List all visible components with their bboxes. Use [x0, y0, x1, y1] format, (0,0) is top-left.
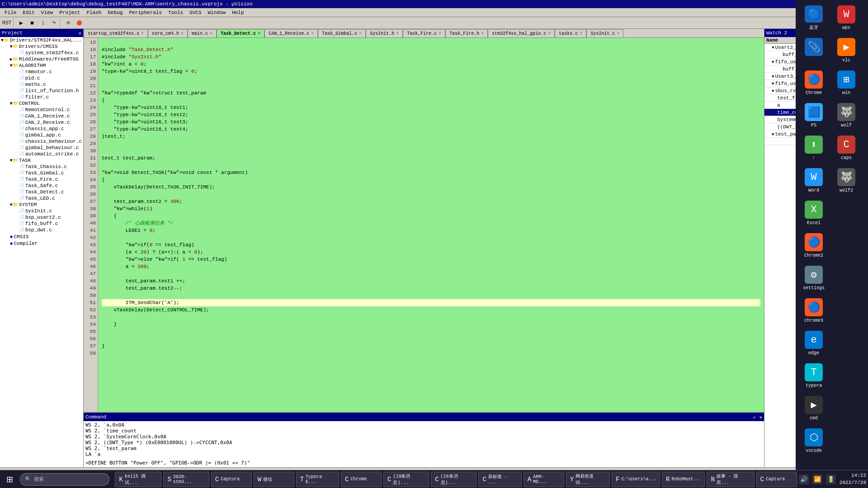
tree-item-automatic_strike.c[interactable]: 📄automatic_strike.c — [0, 151, 83, 157]
tree-item-remotecontrol.c[interactable]: 📄RemoteControl.c — [0, 107, 83, 113]
tree-item-list_of_function.h[interactable]: 📄list_of_function.h — [0, 88, 83, 94]
code-container[interactable]: 1516171819202122232425262728293031323334… — [84, 38, 764, 412]
sys-icon-2[interactable]: 📶 — [812, 474, 822, 484]
taskbar-search[interactable]: 🔍 搜索 — [20, 473, 110, 486]
desktop-icon-14[interactable]: W wps — [832, 4, 861, 33]
desktop-icon-12[interactable]: ▶ cmd — [799, 394, 828, 423]
taskbar-app-3[interactable]: W微信 — [254, 472, 294, 487]
taskbar-app-4[interactable]: TTypora E... — [296, 472, 339, 487]
tab-Task_Detect-c[interactable]: Task_Detect.c× — [217, 29, 264, 38]
tree-item-drivers/stm32f4xx_hal...[interactable]: ▼📁Drivers/STM32F4xx_HAL... — [0, 37, 83, 43]
tab-close[interactable]: × — [311, 31, 314, 36]
tree-item-bsp_dwt.c[interactable]: 📄bsp_dwt.c — [0, 227, 83, 233]
command-undock[interactable]: ↗ — [753, 414, 756, 420]
project-close-btn[interactable]: ✕ — [78, 30, 81, 36]
tab-close[interactable]: × — [258, 31, 260, 36]
toolbar-btn-reset[interactable]: ⟳ — [63, 18, 73, 28]
menu-item-view[interactable]: View — [38, 9, 56, 16]
desktop-icon-3[interactable]: 🟦 PS — [799, 101, 828, 130]
menu-item-tools[interactable]: Tools — [165, 9, 186, 16]
desktop-icon-13[interactable]: ⬡ vscode — [799, 427, 828, 455]
desktop-icon-5[interactable]: W Word — [799, 166, 828, 195]
tree-item-task_gimbal.c[interactable]: 📄Task_Gimbal.c — [0, 170, 83, 176]
tab-close[interactable]: × — [548, 31, 551, 36]
tree-item-system[interactable]: ▼📁SYSTEM — [0, 202, 83, 208]
tree-item-task_chassis.c[interactable]: 📄Task_Chassis.c — [0, 164, 83, 170]
menu-item-svcs[interactable]: SVCS — [187, 9, 204, 16]
tab-close[interactable]: × — [396, 31, 399, 36]
desktop-icon-7[interactable]: 🔵 Chrome2 — [799, 231, 828, 260]
desktop-icon-18[interactable]: C caps — [832, 134, 861, 163]
toolbar-btn-stop[interactable]: ⏹ — [27, 18, 37, 28]
taskbar-app-0[interactable]: Kkeil5 调试... — [115, 472, 161, 487]
tab-close[interactable]: × — [481, 31, 484, 36]
tree-item-chassis_behaviour.c[interactable]: 📄chassis_behaviour.c — [0, 138, 83, 145]
tab-SysInit-c[interactable]: SysInit.c× — [586, 29, 623, 38]
tab-main-c[interactable]: main.c× — [188, 29, 217, 38]
taskbar-app-1[interactable]: S2020-stm3... — [163, 472, 209, 487]
tab-close[interactable]: × — [210, 31, 212, 36]
menu-item-file[interactable]: File — [2, 9, 19, 16]
tab-core_cm4-h[interactable]: core_cm4.h× — [148, 29, 188, 38]
tree-item-chassis_app.c[interactable]: 📄chassis_app.c — [0, 126, 83, 132]
tab-SysInit-h[interactable]: SysInit.h× — [366, 29, 403, 38]
tab-tasks-c[interactable]: tasks.c× — [555, 29, 586, 38]
tree-item-pid.c[interactable]: 📄pid.c — [0, 75, 83, 81]
tree-item-gimbal_app.c[interactable]: 📄gimbal_app.c — [0, 132, 83, 138]
code-content[interactable]: #include "Task_Detect.h"#include "SysIni… — [98, 38, 764, 412]
tree-item-control[interactable]: ▼📁CONTROL — [0, 100, 83, 107]
menu-item-project[interactable]: Project — [57, 9, 83, 16]
desktop-icon-0[interactable]: 🔵 蓝牙 — [799, 4, 828, 33]
menu-item-window[interactable]: Window — [205, 9, 229, 16]
desktop-icon-15[interactable]: ▶ vlc — [832, 36, 861, 65]
watch-expand-2[interactable]: ▼ — [772, 60, 774, 65]
desktop-icon-11[interactable]: T typora — [799, 361, 828, 390]
watch-expand-6[interactable]: ▼ — [772, 89, 774, 94]
tab-close[interactable]: × — [181, 31, 184, 36]
tree-item-bsp_usart2.c[interactable]: 📄bsp_usart2.c — [0, 214, 83, 221]
menu-item-flash[interactable]: Flash — [84, 9, 104, 16]
tab-close[interactable]: × — [580, 31, 582, 36]
taskbar-app-5[interactable]: CChrome — [341, 472, 382, 487]
toolbar-btn-run[interactable]: ▶ — [16, 18, 26, 28]
tree-item-rmmotor.c[interactable]: 📄rmmotor.c — [0, 69, 83, 75]
taskbar-app-13[interactable]: N故事 - 陈奕... — [707, 472, 754, 487]
tree-item-drivers/cmsis[interactable]: ▼📁Drivers/CMSIS — [0, 43, 83, 50]
taskbar-app-14[interactable]: CCaptura — [756, 472, 797, 487]
taskbar-app-9[interactable]: AARM- MD... — [524, 472, 564, 487]
tab-Task_Gimbal-c[interactable]: Task_Gimbal.c× — [318, 29, 366, 38]
desktop-icon-8[interactable]: ⚙ settings — [799, 264, 828, 293]
tree-item-fifo_buff.c[interactable]: 📄fifo_buff.c — [0, 221, 83, 227]
tree-item-maths.c[interactable]: 📄maths.c — [0, 81, 83, 88]
watch-enter-expr[interactable] — [766, 138, 770, 145]
menu-item-help[interactable]: Help — [229, 9, 246, 16]
tree-item-filter.c[interactable]: 📄filter.c — [0, 94, 83, 100]
watch-expand-4[interactable]: ▼ — [772, 75, 774, 79]
toolbar-btn-step[interactable]: ⤵ — [38, 18, 48, 28]
menu-item-debug[interactable]: Debug — [105, 9, 125, 16]
watch-expand-0[interactable]: ▼ — [772, 46, 774, 50]
tree-item-can_2_receive.c[interactable]: 📄CAN_2_Receive.c — [0, 119, 83, 126]
toolbar-btn-stepover[interactable]: ↷ — [49, 18, 59, 28]
taskbar-app-2[interactable]: CCaptura — [211, 472, 252, 487]
tree-item-compiler[interactable]: ◆Compiler — [0, 240, 83, 247]
tree-item-task_fire.c[interactable]: 📄Task_Fire.c — [0, 176, 83, 183]
tree-item-task_detect.c[interactable]: 📄Task_Detect.c — [0, 189, 83, 195]
sys-icon-1[interactable]: 🔊 — [799, 474, 809, 484]
watch-expand-12[interactable]: ▼ — [772, 132, 774, 137]
tab-close[interactable]: × — [141, 31, 144, 36]
tab-Task_Fire-h[interactable]: Task_Fire.h× — [445, 29, 488, 38]
watch-expand-5[interactable]: ▼ — [772, 82, 774, 86]
taskbar-app-6[interactable]: C(19条消息)... — [383, 472, 429, 487]
project-tree[interactable]: ▼📁Drivers/STM32F4xx_HAL... ▼📁Drivers/CMS… — [0, 37, 83, 467]
tree-item-can_1_receive.c[interactable]: 📄CAN_1_Receive.c — [0, 113, 83, 119]
desktop-icon-19[interactable]: 🐺 wolf2 — [832, 166, 861, 195]
tree-item-task_safe.c[interactable]: 📄Task_Safe.c — [0, 183, 83, 189]
start-button[interactable]: ⊞ — [2, 472, 18, 487]
taskbar-app-11[interactable]: FC:\Users\a... — [612, 472, 660, 487]
desktop-icon-4[interactable]: ⬆ ↑ — [799, 134, 828, 163]
tab-Task_Fire-c[interactable]: Task_Fire.c× — [403, 29, 445, 38]
tab-close[interactable]: × — [359, 31, 362, 36]
tree-item-task[interactable]: ▼📁TASK — [0, 157, 83, 164]
tree-item-middlewares/freertos[interactable]: ▶📁Middlewares/FreeRTOS — [0, 56, 83, 62]
